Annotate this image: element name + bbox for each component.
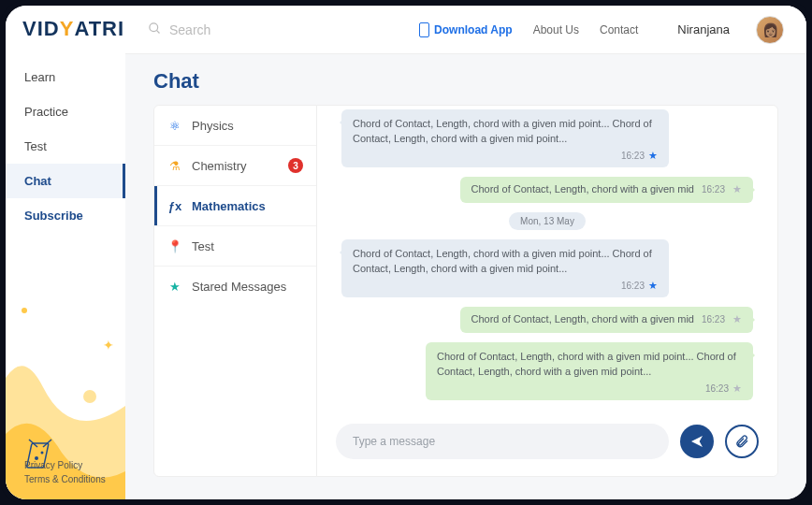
star-icon[interactable]: ★ — [648, 280, 658, 292]
svg-line-4 — [29, 440, 37, 447]
chat-pane: Chord of Contact, Length, chord with a g… — [316, 105, 778, 477]
date-separator: Mon, 13 May — [509, 212, 586, 230]
message-time: 16:23 — [621, 151, 645, 161]
message-in[interactable]: Chord of Contact, Length, chord with a g… — [341, 109, 669, 167]
message-text: Chord of Contact, Length, chord with a g… — [353, 117, 658, 147]
star-icon[interactable]: ★ — [732, 382, 742, 395]
message-out[interactable]: Chord of Contact, Length, chord with a g… — [460, 307, 754, 333]
subject-label: Stared Messages — [192, 280, 286, 294]
message-time: 16:23 — [621, 281, 645, 291]
link-about[interactable]: About Us — [533, 23, 579, 36]
attach-button[interactable] — [725, 425, 759, 458]
svg-text:✦: ✦ — [103, 338, 114, 353]
link-contact[interactable]: Contact — [600, 23, 638, 36]
subject-mathematics[interactable]: ƒx Mathematics — [154, 185, 316, 225]
sidebar-item-subscribe[interactable]: Subscribe — [6, 198, 125, 233]
link-terms[interactable]: Terms & Conditions — [24, 472, 106, 486]
subject-label: Physics — [192, 119, 234, 133]
star-icon[interactable]: ★ — [648, 150, 658, 162]
search-icon — [148, 22, 162, 38]
subject-physics[interactable]: ⚛ Physics — [154, 106, 316, 145]
star-icon[interactable]: ★ — [732, 183, 742, 195]
subjects-list: ⚛ Physics ⚗ Chemistry 3 ƒx Mathematics — [153, 105, 317, 477]
subject-label: Test — [192, 239, 214, 253]
main-area: Download App About Us Contact Niranjana … — [125, 6, 806, 499]
message-out[interactable]: Chord of Contact, Length, chord with a g… — [460, 177, 754, 203]
message-text: Chord of Contact, Length, chord with a g… — [471, 312, 694, 327]
message-in[interactable]: Chord of Contact, Length, chord with a g… — [341, 239, 669, 297]
link-privacy[interactable]: Privacy Policy — [24, 458, 106, 472]
sidebar-item-chat[interactable]: Chat — [6, 164, 125, 198]
sidebar-footer: Privacy Policy Terms & Conditions — [24, 458, 106, 486]
sidebar-item-test[interactable]: Test — [6, 129, 125, 164]
send-icon — [689, 434, 704, 449]
pin-icon: 📍 — [167, 238, 182, 253]
compose-input[interactable] — [336, 424, 669, 459]
atom-icon: ⚛ — [167, 118, 182, 133]
download-label: Download App — [434, 23, 513, 36]
message-time: 16:23 — [702, 314, 725, 325]
message-text: Chord of Contact, Length, chord with a g… — [471, 182, 694, 197]
message-time: 16:23 — [705, 383, 729, 394]
svg-point-7 — [41, 452, 44, 454]
message-text: Chord of Contact, Length, chord with a g… — [353, 247, 658, 277]
subject-label: Mathematics — [192, 199, 266, 213]
subject-starred[interactable]: ★ Stared Messages — [154, 266, 316, 306]
composer — [317, 412, 777, 476]
topbar: Download App About Us Contact Niranjana … — [125, 6, 806, 54]
star-icon: ★ — [167, 279, 182, 294]
message-text: Chord of Contact, Length, chord with a g… — [437, 350, 742, 380]
svg-line-9 — [156, 30, 159, 33]
flask-icon: ⚗ — [167, 158, 182, 173]
svg-point-8 — [150, 22, 158, 31]
message-time: 16:23 — [702, 184, 725, 195]
download-app-link[interactable]: Download App — [419, 22, 513, 37]
subject-chemistry[interactable]: ⚗ Chemistry 3 — [154, 145, 316, 185]
page-title: Chat — [125, 54, 806, 105]
svg-point-0 — [22, 308, 27, 313]
search-input[interactable] — [169, 22, 356, 37]
messages-list: Chord of Contact, Length, chord with a g… — [317, 106, 777, 412]
brand-logo[interactable]: VIDYATRI — [6, 6, 125, 56]
side-nav: Learn Practice Test Chat Subscribe — [6, 60, 125, 233]
paperclip-icon — [734, 434, 749, 449]
subject-test[interactable]: 📍 Test — [154, 225, 316, 266]
message-out[interactable]: Chord of Contact, Length, chord with a g… — [426, 342, 753, 400]
sidebar: VIDYATRI Learn Practice Test Chat Subscr… — [6, 6, 125, 499]
subject-label: Chemistry — [192, 159, 247, 173]
svg-point-1 — [83, 390, 96, 403]
unread-badge: 3 — [288, 158, 303, 173]
phone-icon — [419, 22, 429, 37]
send-button[interactable] — [680, 425, 714, 458]
search-wrap — [148, 22, 399, 38]
sidebar-item-learn[interactable]: Learn — [6, 60, 125, 94]
svg-line-5 — [43, 440, 51, 447]
brand-text: VIDYATRI — [22, 19, 124, 39]
star-icon[interactable]: ★ — [732, 313, 742, 325]
sidebar-item-practice[interactable]: Practice — [6, 94, 125, 129]
user-name: Niranjana — [677, 22, 730, 36]
function-icon: ƒx — [167, 198, 182, 213]
avatar[interactable]: 👩🏽 — [756, 16, 784, 44]
